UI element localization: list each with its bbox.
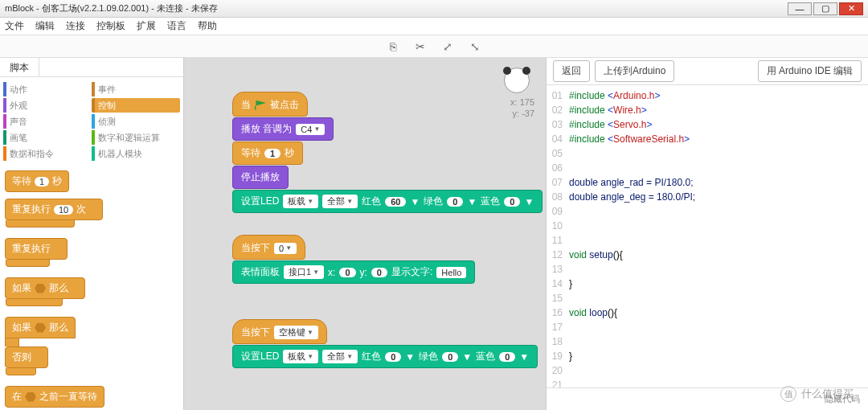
ide-button[interactable]: 用 Arduino IDE 编辑 (758, 60, 862, 82)
menu-connect[interactable]: 连接 (66, 19, 85, 33)
palette-wait[interactable]: 等待1秒 (5, 170, 69, 192)
window-title: mBlock - 创客工场(v2.2.1.09.02.001) - 未连接 - … (5, 2, 788, 14)
code-line: 11 (547, 233, 868, 248)
flag-icon (255, 100, 266, 110)
script-stage[interactable]: x: 175y: -37 当被点击 播放 音调为C4▼ 等待1秒 停止播放 设置… (183, 58, 547, 410)
cat-control[interactable]: 控制 (92, 98, 180, 113)
block-set-led-2[interactable]: 设置LED板载▼全部▼ 红色0▼ 绿色0▼ 蓝色0▼ (232, 345, 538, 368)
blocks-panel: 脚本 动作 外观 声音 画笔 数据和指令 事件 控制 侦测 数字和逻辑运算 机器… (0, 58, 183, 410)
cat-data[interactable]: 数据和指令 (3, 146, 92, 161)
menu-boards[interactable]: 控制板 (96, 19, 125, 33)
cat-motion[interactable]: 动作 (3, 82, 92, 96)
category-list: 动作 外观 声音 画笔 数据和指令 事件 控制 侦测 数字和逻辑运算 机器人模块 (0, 77, 183, 167)
code-line: 13 (547, 262, 868, 277)
grow-icon[interactable]: ⤢ (441, 40, 454, 53)
code-line: 20 (547, 363, 868, 378)
cut-icon[interactable]: ✂ (414, 40, 427, 53)
palette-ifelse-else[interactable]: 否则 (5, 346, 48, 368)
upload-button[interactable]: 上传到Arduino (595, 60, 674, 82)
script-stack-3[interactable]: 当按下空格键▼ 设置LED板载▼全部▼ 红色0▼ 绿色0▼ 蓝色0▼ (232, 319, 538, 369)
hat-flag-clicked[interactable]: 当被点击 (232, 92, 308, 117)
block-face-panel[interactable]: 表情面板接口1▼ x:0 y:0 显示文字:Hello (232, 260, 475, 284)
code-line: 16void loop(){ (547, 305, 868, 320)
cat-robots[interactable]: 机器人模块 (92, 146, 180, 161)
palette-forever[interactable]: 重复执行 (5, 238, 68, 260)
cat-events[interactable]: 事件 (92, 82, 180, 96)
code-line: 18 (547, 334, 868, 349)
code-line: 10 (547, 219, 868, 233)
close-button[interactable]: ✕ (839, 2, 863, 15)
code-line: 06 (547, 161, 868, 175)
code-line: 07double angle_rad = PI/180.0; (547, 175, 868, 190)
block-stop-play[interactable]: 停止播放 (232, 166, 289, 189)
code-line: 01#include <Arduino.h> (547, 88, 868, 103)
code-line: 04#include <SoftwareSerial.h> (547, 132, 868, 146)
stamp-icon[interactable]: ⎘ (387, 40, 399, 53)
maximize-button[interactable]: ▢ (813, 2, 837, 15)
code-toolbar: 返回 上传到Arduino 用 Arduino IDE 编辑 (547, 58, 868, 85)
tab-scripts[interactable]: 脚本 (0, 58, 39, 76)
toolbar: ⎘ ✂ ⤢ ⤡ (0, 35, 868, 58)
code-line: 19} (547, 349, 868, 363)
minimize-button[interactable]: — (788, 2, 812, 15)
cat-sound[interactable]: 声音 (3, 114, 92, 129)
block-play-note[interactable]: 播放 音调为C4▼ (232, 117, 334, 141)
window-controls: — ▢ ✕ (788, 2, 863, 15)
code-line: 12void setup(){ (547, 248, 868, 262)
sprite-panda-icon (504, 68, 530, 93)
code-line: 02#include <Wire.h> (547, 103, 868, 117)
back-button[interactable]: 返回 (553, 60, 590, 82)
cat-pen[interactable]: 画笔 (3, 130, 92, 145)
menu-edit[interactable]: 编辑 (35, 19, 55, 33)
script-stack-2[interactable]: 当按下0▼ 表情面板接口1▼ x:0 y:0 显示文字:Hello (232, 235, 475, 285)
cat-sensing[interactable]: 侦测 (92, 114, 180, 129)
main-area: 脚本 动作 外观 声音 画笔 数据和指令 事件 控制 侦测 数字和逻辑运算 机器… (0, 58, 868, 410)
code-editor[interactable]: 01#include <Arduino.h>02#include <Wire.h… (547, 85, 868, 387)
palette-if[interactable]: 如果那么 (5, 277, 85, 299)
window-titlebar: mBlock - 创客工场(v2.2.1.09.02.001) - 未连接 - … (0, 0, 868, 18)
palette-ifelse-if[interactable]: 如果那么 (5, 317, 76, 338)
palette-wait-until[interactable]: 在之前一直等待 (5, 386, 104, 408)
block-palette: 等待1秒 重复执行10次 重复执行 如果那么 如果那么 否则 在之前一直等待 重… (0, 167, 183, 410)
tab-row: 脚本 (0, 58, 183, 77)
code-line: 03#include <Servo.h> (547, 117, 868, 132)
cat-operators[interactable]: 数字和逻辑运算 (92, 130, 180, 145)
code-line: 15 (547, 291, 868, 305)
code-line: 05 (547, 146, 868, 161)
code-line: 17 (547, 320, 868, 334)
menu-extensions[interactable]: 扩展 (137, 19, 156, 33)
menu-file[interactable]: 文件 (5, 19, 24, 33)
menu-language[interactable]: 语言 (167, 19, 186, 33)
code-panel: 返回 上传到Arduino 用 Arduino IDE 编辑 01#includ… (547, 58, 868, 410)
code-line: 14} (547, 277, 868, 291)
hat-key-pressed-0[interactable]: 当按下0▼ (232, 235, 305, 260)
palette-repeat[interactable]: 重复执行10次 (5, 199, 103, 220)
script-stack-1[interactable]: 当被点击 播放 音调为C4▼ 等待1秒 停止播放 设置LED板载▼全部▼ 红色6… (232, 92, 542, 214)
shrink-icon[interactable]: ⤡ (469, 40, 481, 53)
cat-looks[interactable]: 外观 (3, 98, 92, 113)
block-set-led-1[interactable]: 设置LED板载▼全部▼ 红色60▼ 绿色0▼ 蓝色0▼ (232, 190, 542, 213)
code-line: 08double angle_deg = 180.0/PI; (547, 190, 868, 204)
block-wait[interactable]: 等待1秒 (232, 141, 303, 165)
code-line: 09 (547, 204, 868, 219)
hat-key-pressed-space[interactable]: 当按下空格键▼ (232, 319, 327, 344)
menu-bar: 文件 编辑 连接 控制板 扩展 语言 帮助 (0, 18, 868, 35)
watermark: 值什么值得买 (780, 386, 854, 402)
menu-help[interactable]: 帮助 (198, 19, 217, 33)
